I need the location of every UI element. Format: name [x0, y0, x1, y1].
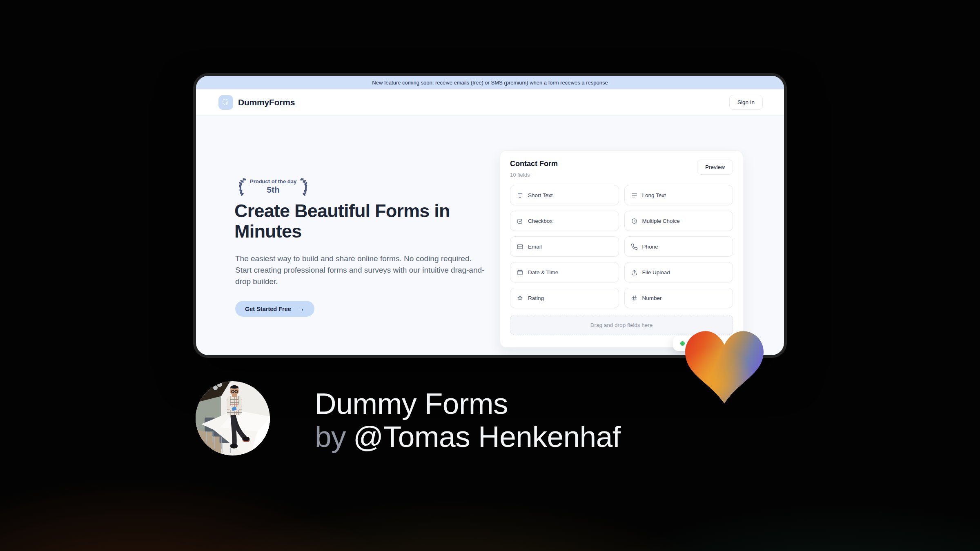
brand-name: DummyForms: [238, 98, 295, 107]
field-type-short-text[interactable]: Short Text: [510, 185, 619, 205]
laurel-left-icon: [235, 176, 247, 197]
field-type-date-time[interactable]: Date & Time: [510, 262, 619, 282]
phone-icon: [631, 243, 638, 250]
hero-heading: Create Beautiful Forms in Minutes: [234, 201, 479, 242]
field-type-checkbox[interactable]: Checkbox: [510, 211, 619, 231]
field-label: Checkbox: [528, 218, 552, 224]
field-type-multiple-choice[interactable]: Multiple Choice: [624, 211, 733, 231]
checkbox-icon: [517, 218, 523, 224]
award-rank: 5th: [250, 185, 296, 195]
caption-author: @Tomas Henkenhaf: [353, 420, 621, 453]
sign-in-button[interactable]: Sign In: [729, 95, 763, 110]
radio-icon: [631, 218, 638, 224]
laurel-right-icon: [299, 176, 311, 197]
form-title: Contact Form: [510, 160, 558, 168]
field-type-email[interactable]: Email: [510, 236, 619, 257]
align-left-icon: [631, 192, 638, 199]
upload-icon: [631, 269, 638, 276]
announcement-text: New feature coming soon: receive emails …: [372, 80, 608, 86]
award-title: Product of the day: [250, 178, 296, 184]
field-label: Phone: [642, 244, 658, 250]
dummyforms-logo-icon: [218, 95, 233, 110]
gradient-heart-icon: [685, 331, 764, 404]
caption-product-name: Dummy Forms: [315, 387, 621, 420]
field-type-long-text[interactable]: Long Text: [624, 185, 733, 205]
calendar-icon: [517, 269, 523, 276]
form-builder-card: Contact Form 10 fields Preview Short Tex…: [500, 150, 743, 348]
field-type-phone[interactable]: Phone: [624, 236, 733, 257]
field-label: Date & Time: [528, 269, 558, 276]
field-type-grid: Short Text Long Text Checkbox Multiple C…: [510, 185, 733, 308]
browser-window: New feature coming soon: receive emails …: [196, 76, 784, 355]
announcement-banner: New feature coming soon: receive emails …: [196, 76, 784, 89]
field-type-number[interactable]: Number: [624, 288, 733, 308]
form-meta: Contact Form 10 fields: [510, 160, 558, 178]
caption-byline: by@Tomas Henkenhaf: [315, 420, 621, 453]
arrow-right-icon: →: [298, 305, 305, 313]
field-label: Number: [642, 295, 662, 301]
type-icon: [517, 192, 523, 199]
field-label: Short Text: [528, 192, 553, 198]
form-field-count: 10 fields: [510, 172, 558, 178]
dropzone-text: Drag and drop fields here: [590, 322, 653, 328]
field-label: Multiple Choice: [642, 218, 680, 224]
author-avatar: [196, 381, 270, 455]
field-label: Long Text: [642, 192, 666, 198]
field-type-rating[interactable]: Rating: [510, 288, 619, 308]
field-label: Email: [528, 244, 542, 250]
hash-icon: [631, 295, 638, 302]
field-label: Rating: [528, 295, 544, 301]
caption-by-label: by: [315, 420, 346, 453]
get-started-label: Get Started Free: [245, 306, 291, 312]
field-type-file-upload[interactable]: File Upload: [624, 262, 733, 282]
envelope-icon: [517, 243, 523, 250]
app-header: DummyForms Sign In: [196, 89, 784, 116]
live-status-dot-icon: [680, 341, 685, 346]
field-label: File Upload: [642, 269, 670, 276]
get-started-button[interactable]: Get Started Free →: [235, 301, 314, 317]
avatar-photo: [196, 381, 270, 455]
caption: Dummy Forms by@Tomas Henkenhaf: [315, 387, 621, 453]
star-icon: [517, 295, 523, 302]
brand: DummyForms: [218, 95, 295, 110]
product-of-the-day-badge: Product of the day 5th: [235, 176, 311, 197]
award-text: Product of the day 5th: [250, 178, 296, 195]
hero-description: The easiest way to build and share onlin…: [235, 253, 488, 287]
preview-button[interactable]: Preview: [697, 160, 733, 175]
